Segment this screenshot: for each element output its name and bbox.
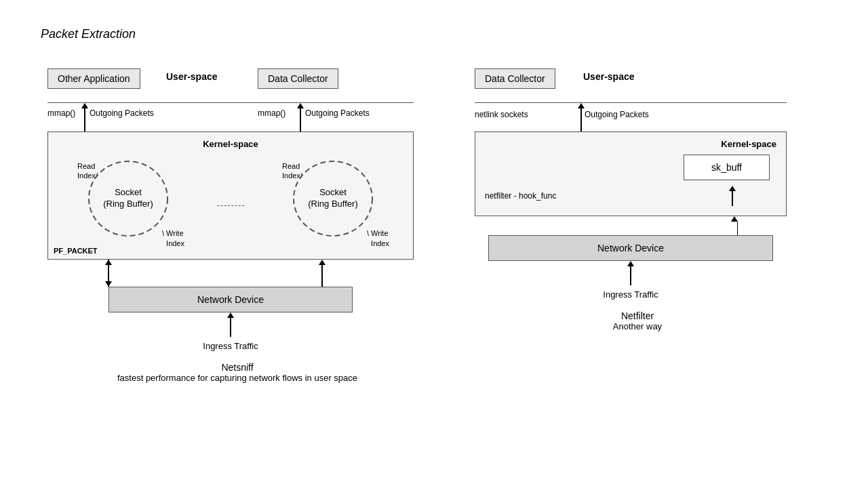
- write-index-left: \ Write Index: [162, 228, 184, 248]
- network-device-left: Network Device: [108, 287, 353, 312]
- arrow-head-5: [319, 260, 326, 265]
- page-title: Packet Extraction: [41, 27, 827, 41]
- sk-buff-box: sk_buff: [684, 155, 770, 180]
- right-ingress-head: [627, 261, 634, 266]
- network-row: Network Device Ingress Traffic: [47, 287, 414, 351]
- svg-text:(Ring Buffer): (Ring Buffer): [308, 199, 357, 209]
- kernel-inner: ReadIndex/ Socket (Ring Buffer) \ Write …: [55, 155, 406, 249]
- arrow-line-ingress: [230, 318, 231, 337]
- ring-circle-right-svg: Socket (Ring Buffer): [289, 158, 377, 239]
- right-ingress-arrow: [627, 261, 634, 285]
- ingress-label-left: Ingress Traffic: [203, 341, 258, 351]
- write-index-right: \ Write Index: [367, 228, 389, 248]
- left-layout: Other Application User-space Data Collec…: [41, 62, 434, 351]
- left-caption-title: Netsniff: [41, 362, 434, 373]
- right-network-device: Network Device: [488, 235, 773, 261]
- netfilter-label: netfilter - hook_func: [485, 191, 556, 201]
- network-ingress-arrow: [227, 312, 234, 337]
- other-app-label: Other Application: [47, 68, 140, 89]
- right-net-to-kernel-arrow: [475, 216, 787, 235]
- arrow-head-2: [297, 103, 304, 108]
- left-arrow-up-2: [297, 103, 304, 131]
- data-collector-label: Data Collector: [258, 68, 338, 89]
- page-container: Packet Extraction Other Application User…: [0, 0, 868, 488]
- sk-buff-arrow-line: [732, 191, 733, 206]
- right-data-collector-box: Data Collector: [475, 68, 555, 89]
- right-kernel-box: Kernel-space sk_buff netfilter - hook_fu…: [475, 131, 787, 216]
- mmap-right-label: mmap(): [258, 108, 285, 118]
- pf-packet-label: PF_PACKET: [54, 247, 98, 255]
- netfilter-row: netfilter - hook_func: [485, 186, 776, 206]
- kernel-to-network-arrows: [47, 260, 414, 287]
- left-arrow-row: mmap() Outgoing Packets mmap() Outgoing …: [47, 103, 414, 131]
- kernel-box: Kernel-space ReadIndex/ Socket (Ring Buf…: [47, 131, 414, 260]
- right-kernel-label: Kernel-space: [485, 139, 776, 149]
- arrow-up-right2: [319, 260, 326, 287]
- sk-buff-arrow-head: [729, 186, 736, 191]
- other-app-box: Other Application: [47, 68, 140, 89]
- userspace-label: User-space: [166, 71, 218, 82]
- dashed-connector: [217, 205, 244, 206]
- right-arrow-row: netlink sockets Outgoing Packets: [475, 103, 787, 131]
- right-outgoing-label: Outgoing Packets: [585, 110, 649, 119]
- left-caption-sub: fastest performance for capturing networ…: [41, 373, 434, 383]
- ingress-label-right: Ingress Traffic: [603, 289, 658, 300]
- right-arrow-head: [578, 103, 585, 108]
- arrow-line-5: [321, 265, 323, 287]
- right-data-collector-label: Data Collector: [475, 68, 555, 89]
- svg-text:Socket: Socket: [319, 187, 347, 197]
- right-captions: Netfilter Another way: [475, 310, 800, 331]
- left-ring-buffer: ReadIndex/ Socket (Ring Buffer) \ Write …: [71, 155, 186, 249]
- sk-buff-row: sk_buff: [485, 155, 776, 180]
- arrow-line-4: [108, 265, 109, 287]
- left-arrow-up-1: [81, 103, 88, 131]
- svg-text:Socket: Socket: [115, 187, 142, 197]
- right-arrow-line: [580, 108, 582, 131]
- netlink-sockets-label: netlink sockets: [475, 110, 528, 119]
- outgoing-left-label: Outgoing Packets: [90, 108, 154, 118]
- net-up-arrow-head: [731, 216, 738, 222]
- diagrams-row: Other Application User-space Data Collec…: [41, 62, 827, 383]
- left-captions: Netsniff fastest performance for capturi…: [41, 362, 434, 383]
- right-userspace-label: User-space: [583, 71, 635, 82]
- right-diagram: Data Collector User-space netlink socket…: [475, 62, 800, 331]
- arrow-line-2: [300, 108, 301, 131]
- right-layout: Data Collector User-space netlink socket…: [475, 62, 800, 300]
- sk-buff-up-arrow: [729, 186, 736, 206]
- svg-text:(Ring Buffer): (Ring Buffer): [103, 199, 153, 209]
- arrow-head-4: [105, 260, 112, 265]
- arrow-head-ingress: [227, 312, 234, 318]
- arrow-head-1: [81, 103, 88, 108]
- right-ring-buffer: ReadIndex/ Socket (Ring Buffer) \ Write …: [275, 155, 391, 249]
- arrow-line-1: [84, 108, 85, 131]
- right-caption-sub: Another way: [475, 321, 800, 331]
- right-ingress-line: [630, 266, 631, 285]
- ring-circle-left-svg: Socket (Ring Buffer): [84, 158, 172, 239]
- arrow-up-left2: [105, 260, 112, 287]
- right-top-area: Data Collector User-space: [475, 62, 787, 102]
- net-up-arrow-line: [737, 222, 738, 235]
- right-network-row: Network Device Ingress Traffic: [475, 235, 787, 300]
- kernel-label: Kernel-space: [55, 139, 406, 149]
- right-arrow-up: [578, 103, 585, 131]
- outgoing-right-label: Outgoing Packets: [305, 108, 370, 118]
- data-collector-box: Data Collector: [258, 68, 338, 89]
- right-caption-title: Netfilter: [475, 310, 800, 321]
- left-top-area: Other Application User-space Data Collec…: [47, 62, 414, 102]
- mmap-left-label: mmap(): [47, 108, 75, 118]
- left-diagram: Other Application User-space Data Collec…: [41, 62, 434, 383]
